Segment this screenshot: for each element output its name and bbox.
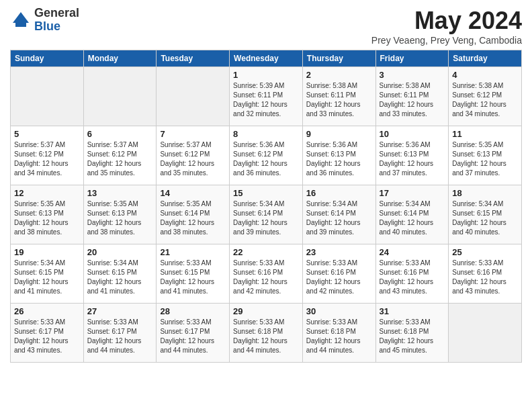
day-info: Sunrise: 5:33 AM Sunset: 6:17 PM Dayligh… <box>14 318 80 355</box>
day-number: 18 <box>452 188 518 198</box>
day-info: Sunrise: 5:34 AM Sunset: 6:14 PM Dayligh… <box>380 199 445 237</box>
calendar-cell: 10Sunrise: 5:36 AM Sunset: 6:13 PM Dayli… <box>375 126 449 185</box>
calendar-cell: 7Sunrise: 5:37 AM Sunset: 6:12 PM Daylig… <box>157 126 230 185</box>
header-friday: Friday <box>375 50 449 67</box>
calendar-week-row: 5Sunrise: 5:37 AM Sunset: 6:12 PM Daylig… <box>11 126 522 185</box>
day-number: 9 <box>306 129 372 139</box>
day-number: 11 <box>452 129 518 139</box>
day-number: 13 <box>87 188 153 198</box>
logo-text: General Blue <box>34 7 79 34</box>
calendar-cell: 3Sunrise: 5:38 AM Sunset: 6:11 PM Daylig… <box>375 67 449 126</box>
calendar-page: General Blue May 2024 Prey Veaeng, Prey … <box>0 0 532 369</box>
day-info: Sunrise: 5:33 AM Sunset: 6:17 PM Dayligh… <box>87 318 153 355</box>
day-info: Sunrise: 5:37 AM Sunset: 6:12 PM Dayligh… <box>14 140 80 178</box>
day-info: Sunrise: 5:33 AM Sunset: 6:18 PM Dayligh… <box>306 318 372 355</box>
calendar-cell: 28Sunrise: 5:33 AM Sunset: 6:17 PM Dayli… <box>157 304 230 363</box>
calendar-cell <box>83 67 157 126</box>
day-info: Sunrise: 5:33 AM Sunset: 6:16 PM Dayligh… <box>380 259 445 296</box>
calendar-cell: 8Sunrise: 5:36 AM Sunset: 6:12 PM Daylig… <box>230 126 303 185</box>
calendar-cell: 24Sunrise: 5:33 AM Sunset: 6:16 PM Dayli… <box>375 244 449 304</box>
logo-icon <box>10 9 32 31</box>
day-number: 2 <box>306 70 372 80</box>
calendar-cell: 20Sunrise: 5:34 AM Sunset: 6:15 PM Dayli… <box>83 244 157 304</box>
calendar-cell: 6Sunrise: 5:37 AM Sunset: 6:12 PM Daylig… <box>83 126 157 185</box>
day-number: 28 <box>160 306 226 316</box>
calendar-cell: 25Sunrise: 5:33 AM Sunset: 6:16 PM Dayli… <box>449 244 522 304</box>
day-info: Sunrise: 5:33 AM Sunset: 6:18 PM Dayligh… <box>233 318 299 355</box>
calendar-cell: 31Sunrise: 5:33 AM Sunset: 6:18 PM Dayli… <box>375 304 449 363</box>
day-info: Sunrise: 5:34 AM Sunset: 6:14 PM Dayligh… <box>233 199 299 237</box>
day-number: 5 <box>14 129 80 139</box>
day-info: Sunrise: 5:34 AM Sunset: 6:15 PM Dayligh… <box>87 259 153 296</box>
day-number: 19 <box>14 247 80 257</box>
day-number: 6 <box>87 129 153 139</box>
calendar-table: Sunday Monday Tuesday Wednesday Thursday… <box>10 50 522 363</box>
day-info: Sunrise: 5:38 AM Sunset: 6:12 PM Dayligh… <box>452 81 518 119</box>
calendar-cell: 30Sunrise: 5:33 AM Sunset: 6:18 PM Dayli… <box>302 304 375 363</box>
day-number: 7 <box>160 129 226 139</box>
day-info: Sunrise: 5:38 AM Sunset: 6:11 PM Dayligh… <box>380 81 445 119</box>
day-info: Sunrise: 5:33 AM Sunset: 6:17 PM Dayligh… <box>160 318 226 355</box>
day-number: 16 <box>306 188 372 198</box>
calendar-cell: 11Sunrise: 5:35 AM Sunset: 6:13 PM Dayli… <box>449 126 522 185</box>
day-number: 26 <box>14 306 80 316</box>
header-saturday: Saturday <box>449 50 522 67</box>
day-info: Sunrise: 5:33 AM Sunset: 6:16 PM Dayligh… <box>452 259 518 296</box>
day-number: 22 <box>233 247 299 257</box>
day-number: 8 <box>233 129 299 139</box>
day-info: Sunrise: 5:35 AM Sunset: 6:13 PM Dayligh… <box>14 199 80 237</box>
calendar-cell: 12Sunrise: 5:35 AM Sunset: 6:13 PM Dayli… <box>11 185 84 244</box>
day-info: Sunrise: 5:34 AM Sunset: 6:14 PM Dayligh… <box>306 199 372 237</box>
header: General Blue May 2024 Prey Veaeng, Prey … <box>10 7 522 46</box>
calendar-cell <box>449 304 522 363</box>
day-number: 21 <box>160 247 226 257</box>
calendar-week-row: 1Sunrise: 5:39 AM Sunset: 6:11 PM Daylig… <box>11 67 522 126</box>
calendar-cell: 22Sunrise: 5:33 AM Sunset: 6:16 PM Dayli… <box>230 244 303 304</box>
calendar-cell: 9Sunrise: 5:36 AM Sunset: 6:13 PM Daylig… <box>302 126 375 185</box>
calendar-cell: 16Sunrise: 5:34 AM Sunset: 6:14 PM Dayli… <box>302 185 375 244</box>
day-info: Sunrise: 5:34 AM Sunset: 6:15 PM Dayligh… <box>452 199 518 237</box>
day-number: 1 <box>233 70 299 80</box>
day-info: Sunrise: 5:36 AM Sunset: 6:13 PM Dayligh… <box>306 140 372 178</box>
calendar-cell <box>157 67 230 126</box>
day-info: Sunrise: 5:33 AM Sunset: 6:16 PM Dayligh… <box>233 259 299 296</box>
calendar-cell: 18Sunrise: 5:34 AM Sunset: 6:15 PM Dayli… <box>449 185 522 244</box>
day-number: 4 <box>452 70 518 80</box>
title-area: May 2024 Prey Veaeng, Prey Veng, Cambodi… <box>371 7 522 46</box>
day-info: Sunrise: 5:33 AM Sunset: 6:16 PM Dayligh… <box>306 259 372 296</box>
day-info: Sunrise: 5:38 AM Sunset: 6:11 PM Dayligh… <box>306 81 372 119</box>
calendar-week-row: 26Sunrise: 5:33 AM Sunset: 6:17 PM Dayli… <box>11 304 522 363</box>
calendar-cell: 17Sunrise: 5:34 AM Sunset: 6:14 PM Dayli… <box>375 185 449 244</box>
day-number: 27 <box>87 306 153 316</box>
day-info: Sunrise: 5:35 AM Sunset: 6:14 PM Dayligh… <box>160 199 226 237</box>
day-info: Sunrise: 5:37 AM Sunset: 6:12 PM Dayligh… <box>160 140 226 178</box>
month-title: May 2024 <box>371 7 522 35</box>
header-monday: Monday <box>83 50 157 67</box>
calendar-cell: 13Sunrise: 5:35 AM Sunset: 6:13 PM Dayli… <box>83 185 157 244</box>
location-title: Prey Veaeng, Prey Veng, Cambodia <box>371 35 522 46</box>
day-number: 23 <box>306 247 372 257</box>
calendar-cell: 4Sunrise: 5:38 AM Sunset: 6:12 PM Daylig… <box>449 67 522 126</box>
calendar-cell: 27Sunrise: 5:33 AM Sunset: 6:17 PM Dayli… <box>83 304 157 363</box>
calendar-cell: 29Sunrise: 5:33 AM Sunset: 6:18 PM Dayli… <box>230 304 303 363</box>
calendar-cell: 1Sunrise: 5:39 AM Sunset: 6:11 PM Daylig… <box>230 67 303 126</box>
calendar-cell: 21Sunrise: 5:33 AM Sunset: 6:15 PM Dayli… <box>157 244 230 304</box>
header-tuesday: Tuesday <box>157 50 230 67</box>
day-number: 30 <box>306 306 372 316</box>
logo-general: General <box>34 7 79 20</box>
calendar-cell: 15Sunrise: 5:34 AM Sunset: 6:14 PM Dayli… <box>230 185 303 244</box>
calendar-cell <box>11 67 84 126</box>
day-number: 20 <box>87 247 153 257</box>
day-number: 24 <box>380 247 445 257</box>
day-info: Sunrise: 5:33 AM Sunset: 6:18 PM Dayligh… <box>380 318 445 355</box>
calendar-cell: 23Sunrise: 5:33 AM Sunset: 6:16 PM Dayli… <box>302 244 375 304</box>
day-info: Sunrise: 5:35 AM Sunset: 6:13 PM Dayligh… <box>87 199 153 237</box>
day-number: 3 <box>380 70 445 80</box>
day-number: 31 <box>380 306 445 316</box>
header-row: Sunday Monday Tuesday Wednesday Thursday… <box>11 50 522 67</box>
calendar-week-row: 19Sunrise: 5:34 AM Sunset: 6:15 PM Dayli… <box>11 244 522 304</box>
svg-marker-0 <box>13 12 29 23</box>
day-number: 15 <box>233 188 299 198</box>
day-info: Sunrise: 5:36 AM Sunset: 6:13 PM Dayligh… <box>380 140 445 178</box>
logo-area: General Blue <box>10 7 79 34</box>
